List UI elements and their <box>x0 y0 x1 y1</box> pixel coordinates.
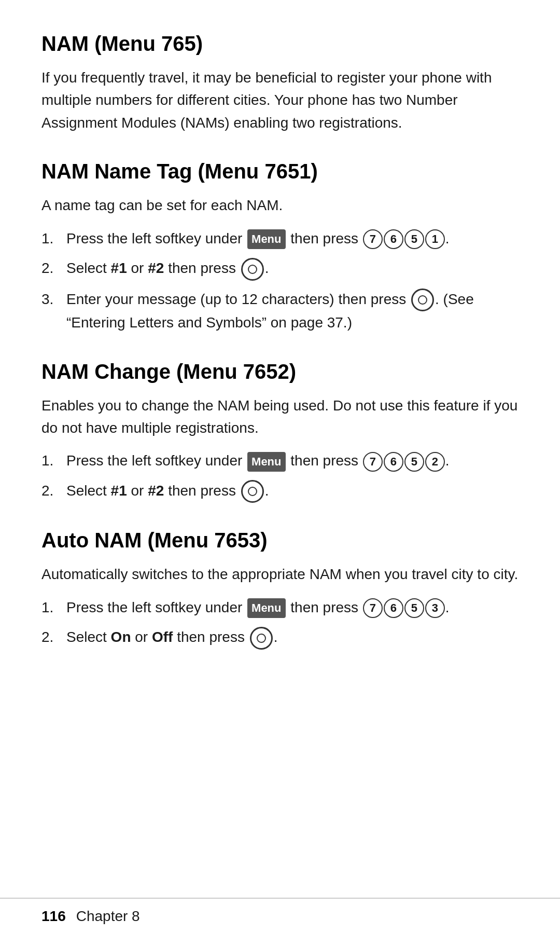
key-3: 3 <box>425 598 445 618</box>
section-nam-765: NAM (Menu 765) If you frequently travel,… <box>41 31 519 134</box>
nav-inner <box>418 295 427 305</box>
section-auto-nam: Auto NAM (Menu 7653) Automatically switc… <box>41 528 519 649</box>
section-desc-nam-name-tag: A name tag can be set for each NAM. <box>41 194 519 216</box>
step-7651-2: 2. Select #1 or #2 then press . <box>41 257 519 281</box>
key-6: 6 <box>384 452 403 472</box>
step-num: 1. <box>41 449 66 472</box>
step-text: Press the left softkey under Menu then p… <box>66 596 519 619</box>
step-text: Select #1 or #2 then press . <box>66 257 519 281</box>
step-num: 1. <box>41 596 66 619</box>
nav-ok-button <box>241 258 264 281</box>
section-title-nam-765: NAM (Menu 765) <box>41 31 519 56</box>
steps-auto-nam: 1. Press the left softkey under Menu the… <box>41 596 519 650</box>
menu-badge: Menu <box>247 452 285 472</box>
step-7653-2: 2. Select On or Off then press . <box>41 626 519 650</box>
step-num: 1. <box>41 227 66 250</box>
page-number: 116 <box>41 908 66 925</box>
step-text: Select #1 or #2 then press . <box>66 479 519 503</box>
footer-chapter: Chapter 8 <box>76 908 140 925</box>
section-desc-nam-765: If you frequently travel, it may be bene… <box>41 66 519 134</box>
step-text: Select On or Off then press . <box>66 626 519 650</box>
steps-nam-change: 1. Press the left softkey under Menu the… <box>41 449 519 503</box>
nav-inner <box>257 634 266 643</box>
key-5: 5 <box>404 229 424 249</box>
section-nam-name-tag: NAM Name Tag (Menu 7651) A name tag can … <box>41 159 519 334</box>
key-2: 2 <box>425 452 445 472</box>
key-7: 7 <box>363 229 383 249</box>
key-7: 7 <box>363 452 383 472</box>
step-num: 3. <box>41 288 66 310</box>
section-desc-nam-change: Enables you to change the NAM being used… <box>41 394 519 439</box>
menu-badge: Menu <box>247 598 285 618</box>
key-5: 5 <box>404 452 424 472</box>
nav-ok-button <box>241 480 264 503</box>
key-5: 5 <box>404 598 424 618</box>
step-text: Press the left softkey under Menu then p… <box>66 227 519 250</box>
step-text: Press the left softkey under Menu then p… <box>66 449 519 472</box>
key-7: 7 <box>363 598 383 618</box>
step-text: Enter your message (up to 12 characters)… <box>66 288 519 334</box>
menu-badge: Menu <box>247 229 285 249</box>
steps-nam-name-tag: 1. Press the left softkey under Menu the… <box>41 227 519 334</box>
page-footer: 116 Chapter 8 <box>0 898 560 934</box>
step-7651-1: 1. Press the left softkey under Menu the… <box>41 227 519 250</box>
key-6: 6 <box>384 598 403 618</box>
step-num: 2. <box>41 626 66 648</box>
key-1: 1 <box>425 229 445 249</box>
nav-inner <box>248 487 257 496</box>
step-num: 2. <box>41 257 66 279</box>
step-7653-1: 1. Press the left softkey under Menu the… <box>41 596 519 619</box>
section-desc-auto-nam: Automatically switches to the appropriat… <box>41 563 519 585</box>
section-title-nam-name-tag: NAM Name Tag (Menu 7651) <box>41 159 519 184</box>
key-6: 6 <box>384 229 403 249</box>
section-nam-change: NAM Change (Menu 7652) Enables you to ch… <box>41 359 519 503</box>
step-7652-2: 2. Select #1 or #2 then press . <box>41 479 519 503</box>
step-7652-1: 1. Press the left softkey under Menu the… <box>41 449 519 472</box>
nav-ok-button <box>411 289 434 311</box>
nav-inner <box>248 265 257 274</box>
page-content: NAM (Menu 765) If you frequently travel,… <box>0 0 560 716</box>
step-7651-3: 3. Enter your message (up to 12 characte… <box>41 288 519 334</box>
section-title-nam-change: NAM Change (Menu 7652) <box>41 359 519 384</box>
step-num: 2. <box>41 479 66 502</box>
nav-ok-button <box>250 627 273 650</box>
section-title-auto-nam: Auto NAM (Menu 7653) <box>41 528 519 553</box>
